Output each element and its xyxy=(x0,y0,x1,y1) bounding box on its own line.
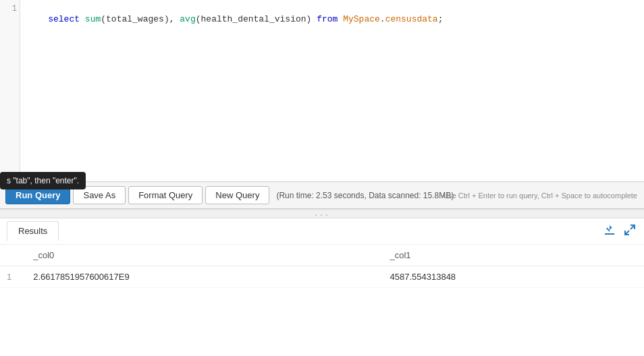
toolbar: Run Query Save As Format Query New Query… xyxy=(0,182,644,209)
expand-icon xyxy=(624,224,636,236)
resize-dots: ... xyxy=(314,210,330,218)
keyword-from: from xyxy=(317,14,338,24)
col1-header: _col1 xyxy=(379,245,644,266)
table-row: 1 2.6617851957600617E9 4587.554313848 xyxy=(0,266,644,288)
editor-container: 1 select sum(total_wages), avg(health_de… xyxy=(0,0,644,182)
expand-icon-button[interactable] xyxy=(622,222,637,240)
tooltip-text: s "tab", then "enter". xyxy=(7,176,79,185)
results-icons xyxy=(602,222,637,240)
keyword-select: select xyxy=(48,14,80,24)
col-health: health_dental_vision xyxy=(201,14,306,24)
paren: ) xyxy=(164,14,169,24)
toolbar-hint: Use Ctrl + Enter to run query, Ctrl + Sp… xyxy=(443,191,637,200)
results-table: _col0 _col1 1 2.6617851957600617E9 4587.… xyxy=(0,245,644,288)
download-icon-button[interactable] xyxy=(602,222,617,240)
fn-sum: sum xyxy=(85,14,101,24)
svg-rect-0 xyxy=(605,233,614,235)
resize-handle[interactable]: ... xyxy=(0,209,644,218)
tab-results[interactable]: Results xyxy=(7,221,59,241)
results-tabs: Results xyxy=(7,221,59,241)
results-header: Results xyxy=(0,218,644,245)
line-number: 1 xyxy=(3,4,17,13)
row-num-header xyxy=(0,245,22,266)
paren: ( xyxy=(101,14,106,24)
svg-marker-1 xyxy=(606,225,613,232)
paren: ( xyxy=(196,14,201,24)
line-numbers: 1 xyxy=(0,0,20,181)
autocomplete-tooltip: s "tab", then "enter". xyxy=(0,172,86,189)
download-icon xyxy=(603,224,616,236)
col-total-wages: total_wages xyxy=(106,14,164,24)
format-query-button[interactable]: Format Query xyxy=(128,186,203,204)
row-number: 1 xyxy=(0,266,22,288)
semicolon: ; xyxy=(438,14,444,24)
fn-avg: avg xyxy=(180,14,195,24)
run-info: (Run time: 2.53 seconds, Data scanned: 1… xyxy=(276,191,454,200)
paren: ) xyxy=(306,14,312,24)
db-name: MySpace xyxy=(343,14,380,24)
code-area[interactable]: select sum(total_wages), avg(health_dent… xyxy=(20,0,644,181)
row-col1: 4587.554313848 xyxy=(379,266,644,288)
table-header-row: _col0 _col1 xyxy=(0,245,644,266)
new-query-button[interactable]: New Query xyxy=(205,186,269,204)
col0-header: _col0 xyxy=(22,245,379,266)
table-name: censusdata xyxy=(385,14,438,24)
results-container: Results xyxy=(0,218,644,353)
lower-section: ... Results xyxy=(0,209,644,353)
row-col0: 2.6617851957600617E9 xyxy=(22,266,379,288)
dot: . xyxy=(380,14,385,24)
results-table-wrapper: _col0 _col1 1 2.6617851957600617E9 4587.… xyxy=(0,245,644,288)
